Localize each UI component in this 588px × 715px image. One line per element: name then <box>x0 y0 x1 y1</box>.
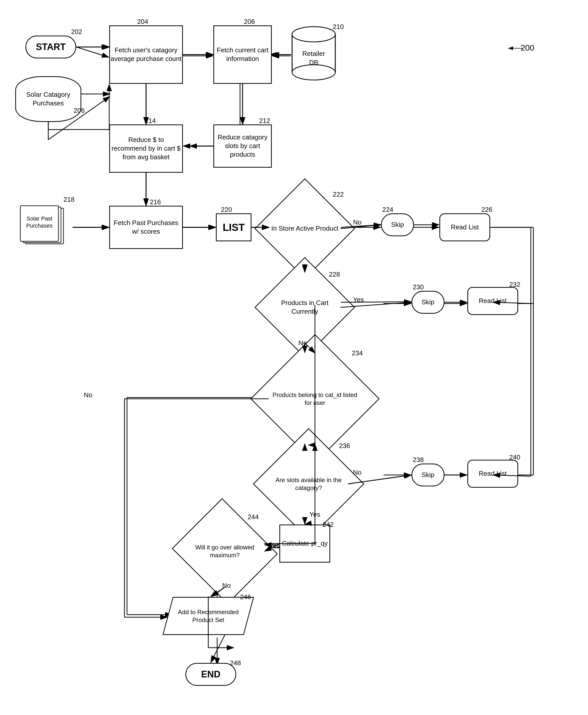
label-218: 218 <box>63 195 75 204</box>
svg-point-42 <box>292 65 335 80</box>
products-belong-diamond: Products belong to cat_id listed for use… <box>269 353 361 444</box>
label-206a: 206 <box>74 107 85 114</box>
skip-238-node: Skip <box>412 464 444 486</box>
skip-222-node: Skip <box>381 213 414 236</box>
label-248: 248 <box>230 659 241 667</box>
label-242: 242 <box>322 521 334 529</box>
in-store-no-label: No <box>353 218 361 226</box>
products-cart-yes-label: Yes <box>353 296 364 304</box>
flowchart-diagram: 200 START 202 Solar Catagory Purchases 2… <box>0 0 588 715</box>
label-226: 226 <box>481 206 492 214</box>
svg-line-88 <box>211 635 225 663</box>
reduce-dollar-node: Reduce $ to recommend by in cart $ from … <box>109 124 183 173</box>
label-224: 224 <box>382 206 393 214</box>
solar-past-node: Solar Past Purchases <box>15 203 74 249</box>
label-232: 232 <box>509 281 520 289</box>
label-230: 230 <box>413 283 424 291</box>
arrow-200 <box>503 41 533 56</box>
will-go-over-diamond: Will it go over allowed maximum? <box>185 516 264 587</box>
slots-yes-label: Yes <box>309 510 320 519</box>
label-222: 222 <box>333 190 344 198</box>
label-240: 240 <box>509 454 520 461</box>
fetch-past-node: Fetch Past Purchases w/ scores <box>109 206 183 249</box>
label-234: 234 <box>352 349 363 357</box>
label-204: 204 <box>137 18 148 26</box>
calculate-node: Calculate pr_qy <box>279 525 330 563</box>
label-206b: 206 <box>244 18 255 26</box>
list-node: LIST <box>216 213 251 241</box>
label-246: 246 <box>240 593 251 601</box>
read-list-240-node: Read List <box>467 460 518 488</box>
products-in-cart-diamond: Products in Cart Currently <box>269 272 340 343</box>
in-store-diamond: In Store Active Product <box>269 193 340 264</box>
start-node: START <box>25 36 76 58</box>
will-go-yes-label: Yes <box>269 542 280 550</box>
svg-point-43 <box>292 27 335 42</box>
label-228: 228 <box>329 271 340 278</box>
label-202: 202 <box>71 28 82 36</box>
add-recommended-node: Add to Recommended Product Set <box>168 597 249 635</box>
label-220: 220 <box>221 206 232 214</box>
label-214: 214 <box>145 117 156 125</box>
label-210: 210 <box>333 23 344 31</box>
retailer-db-node: Retailer DB <box>291 25 337 81</box>
slots-available-diamond: Are slots available in the catagory? <box>269 444 348 523</box>
will-go-no-label: No <box>222 582 231 590</box>
products-belong-no-label: No <box>84 391 92 399</box>
slots-no-label: No <box>353 469 361 477</box>
skip-230-node: Skip <box>412 291 444 314</box>
read-list-232-node: Read List <box>467 287 518 315</box>
label-236: 236 <box>339 442 350 450</box>
label-238: 238 <box>413 456 424 464</box>
fetch-category-node: Fetch user's catagory average purchase c… <box>109 25 183 84</box>
svg-text:Purchases: Purchases <box>26 223 52 229</box>
reduce-slots-node: Reduce catagory slots by cart products <box>213 124 272 168</box>
label-216: 216 <box>150 198 161 206</box>
svg-line-52 <box>76 47 109 57</box>
svg-line-71 <box>341 302 411 302</box>
fetch-cart-node: Fetch current cart information <box>213 25 272 84</box>
label-212: 212 <box>259 117 270 125</box>
solar-category-node: Solar Catagory Purchases <box>15 76 81 122</box>
svg-text:Solar Past: Solar Past <box>26 215 52 222</box>
end-node: END <box>185 663 236 686</box>
label-244: 244 <box>248 513 258 521</box>
svg-text:DB: DB <box>309 59 318 66</box>
read-list-226-node: Read List <box>439 213 490 241</box>
svg-text:Retailer: Retailer <box>302 50 325 57</box>
